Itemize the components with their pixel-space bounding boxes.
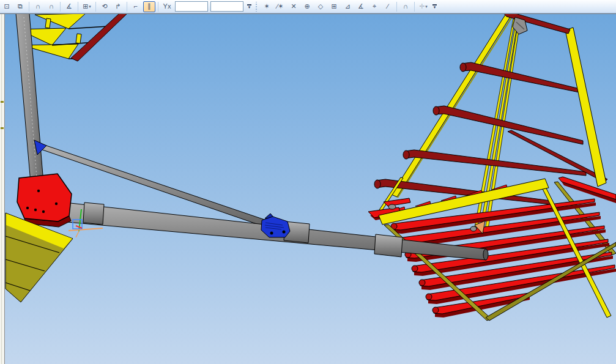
panel-tick-mark [1,101,4,103]
snap-midpoint-icon-glyph: ∕✶ [276,3,283,10]
sketch-polyline-icon-glyph: ⊡ [4,3,9,10]
snap-grid-icon[interactable]: ⊞ [328,1,340,12]
snaps-toggle-magnet-icon[interactable]: ∩ [399,1,412,12]
overflow-chevron-icon: ▾ [248,6,251,9]
toolbar-separator [78,2,78,12]
corner-snap-icon[interactable]: ⌐ [130,1,142,12]
snap-grid-icon-glyph: ⊞ [331,3,336,10]
value-field-1-wrap [175,1,208,12]
axes-icon-glyph: ↱ [115,3,121,10]
toolbar-separator [414,2,415,12]
boom-sleeve-joint [83,202,104,225]
snap-extra-icon[interactable]: ✛▾ [417,1,429,12]
panel-edge-line [1,14,2,364]
toolbar-overflow-snap[interactable]: ▾ [431,1,438,12]
snap-on-curve-icon[interactable]: ∕ [382,1,394,12]
collapsed-side-panel-edge[interactable] [0,14,5,364]
snap-intersection-icon[interactable]: ✕ [288,1,300,12]
value-field-2-wrap [210,1,243,12]
snap-center-icon[interactable]: ⊕ [301,1,313,12]
local-csys-icon[interactable]: ⟲ [98,1,111,12]
3d-scene[interactable] [5,14,616,364]
gusset-plate[interactable] [17,174,72,227]
snap-tangent-icon-glyph: ⌖ [373,3,376,10]
toolbar-separator [158,2,158,12]
snap-center-icon-glyph: ⊕ [304,3,310,10]
snap-angle-diamond-icon[interactable]: ◇ [314,1,327,12]
toolbar-separator [60,2,61,12]
overflow-chevron-icon: ▾ [434,6,436,9]
value-field-1[interactable] [175,1,208,12]
edit-3d-box-icon-glyph: ⧉ [18,3,23,10]
snap-midpoint-icon[interactable]: ∕✶ [274,1,286,12]
perpendicular-icon[interactable]: ∡ [63,1,75,12]
xy-coords-icon[interactable]: Yx [161,1,173,12]
snap-angle-icon[interactable]: ∡ [355,1,367,12]
axes-icon[interactable]: ↱ [112,1,124,12]
grid-icon[interactable]: ⊞▾ [81,1,93,12]
value-field-2[interactable] [210,1,243,12]
snap-normal-icon[interactable]: ⊿ [341,1,354,12]
toolbar-overflow-main[interactable]: ▾ [246,1,253,12]
snap-point-icon[interactable]: ✶ [261,1,273,12]
toolbar-grip-handle[interactable] [255,2,258,12]
snap-magnet-dots-icon[interactable]: ∩ [32,1,44,12]
snap-magnet-dots-icon-glyph: ∩ [35,3,40,10]
toolbar-group-main: ⊡⧉∩∩∡⊞▾⟲↱⌐∥Yx▾ [0,0,254,13]
snap-angle-diamond-icon-glyph: ◇ [318,3,323,10]
snap-magnet-point-icon[interactable]: ∩ [45,1,58,12]
snap-on-curve-icon-glyph: ∕ [387,3,388,10]
snap-angle-icon-glyph: ∡ [358,3,364,10]
snap-magnet-point-icon-glyph: ∩ [49,3,54,10]
panel-tick-mark [1,127,4,129]
toolbar-separator [95,2,96,12]
chevron-down-icon[interactable]: ▾ [425,4,428,9]
snap-extra-icon-glyph: ✛ [419,3,425,10]
toolbar-separator [396,2,397,12]
snap-normal-icon-glyph: ⊿ [344,3,350,10]
segments-mode-icon[interactable]: ∥ [143,1,155,12]
local-csys-icon-glyph: ⟲ [102,3,107,10]
top-toolbar: ⊡⧉∩∩∡⊞▾⟲↱⌐∥Yx▾ ✶∕✶✕⊕◇⊞⊿∡⌖∕∩✛▾▾ [0,0,616,13]
boom-end-cap [483,249,488,260]
sketch-polyline-icon[interactable]: ⊡ [1,1,13,12]
snaps-toggle-magnet-icon-glyph: ∩ [403,3,408,10]
perpendicular-icon-glyph: ∡ [66,3,72,10]
chevron-down-icon[interactable]: ▾ [89,4,91,9]
corner-snap-icon-glyph: ⌐ [134,3,138,10]
xy-coords-icon-glyph: Yx [163,3,171,10]
cad-app-window: { "colors":{ "sky_top":"#6ea7dd","sky_bo… [0,0,616,364]
toolbar-group-snaps: ✶∕✶✕⊕◇⊞⊿∡⌖∕∩✛▾▾ [254,0,439,13]
snap-tangent-icon[interactable]: ⌖ [368,1,380,12]
3d-viewport[interactable] [5,14,616,364]
segments-mode-icon-glyph: ∥ [147,3,151,10]
snap-point-icon-glyph: ✶ [264,3,269,10]
edit-3d-box-icon[interactable]: ⧉ [14,1,26,12]
boom-sleeve-joint [374,234,403,257]
main-area [0,13,616,364]
toolbar-separator [29,2,29,12]
snap-intersection-icon-glyph: ✕ [291,3,296,10]
toolbar-separator [127,2,127,12]
grid-icon-glyph: ⊞ [83,3,88,10]
